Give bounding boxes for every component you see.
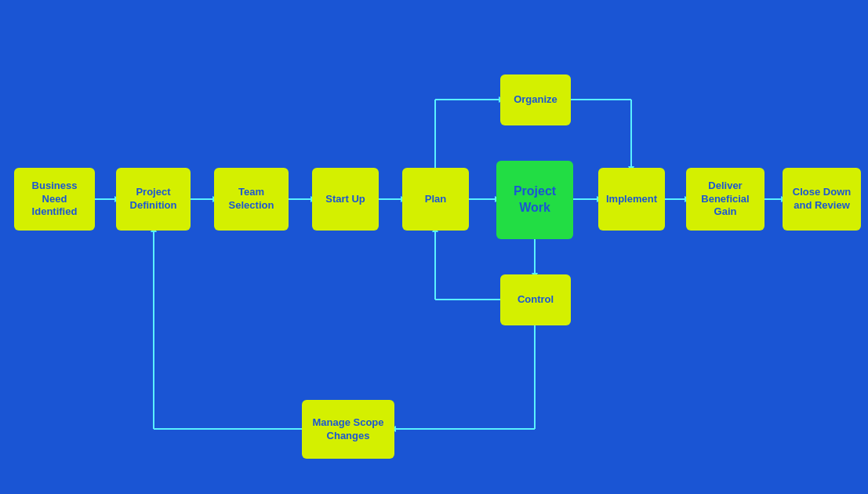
team-selection-box: Team Selection bbox=[214, 168, 289, 231]
plan-box: Plan bbox=[402, 168, 469, 231]
manage-scope-box: Manage Scope Changes bbox=[302, 400, 394, 459]
deliver-beneficial-gain-box: Deliver Beneficial Gain bbox=[686, 168, 764, 231]
start-up-box: Start Up bbox=[312, 168, 379, 231]
arrows-svg bbox=[0, 0, 868, 494]
project-definition-box: Project Definition bbox=[116, 168, 191, 231]
business-need-box: Business Need Identified bbox=[14, 168, 95, 231]
implement-box: Implement bbox=[598, 168, 665, 231]
close-down-box: Close Down and Review bbox=[783, 168, 861, 231]
diagram-container: Business Need Identified Project Definit… bbox=[0, 0, 868, 494]
project-work-box: Project Work bbox=[496, 161, 573, 239]
control-box: Control bbox=[500, 274, 571, 325]
organize-box: Organize bbox=[500, 74, 571, 125]
